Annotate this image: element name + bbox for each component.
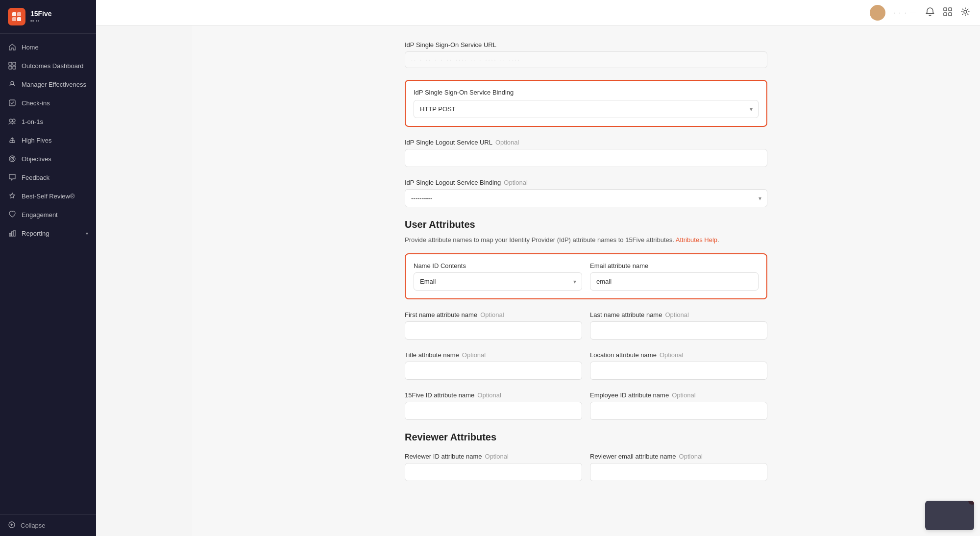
svg-point-15 — [12, 158, 13, 159]
app-logo — [8, 8, 25, 25]
idp-sso-url-field: ·· · ·· · · ·· ···· ·· · ···· ·· ···· — [405, 51, 767, 68]
svg-point-10 — [9, 119, 12, 122]
1on1-label: 1-on-1s — [22, 118, 43, 125]
sidebar: 15Five ▪▪ ▪▪ Home Outcomes Dashboard — [0, 0, 96, 536]
idp-logout-binding-select[interactable]: ---------- — [405, 189, 767, 207]
outcomes-label: Outcomes Dashboard — [22, 62, 83, 70]
1on1-icon — [8, 117, 17, 126]
email-attr-input[interactable] — [590, 272, 759, 291]
first-name-input[interactable] — [405, 321, 582, 340]
idp-logout-url-label: IdP Single Logout Service URL Optional — [405, 139, 767, 146]
sidebar-item-home[interactable]: Home — [0, 38, 96, 56]
title-input[interactable] — [405, 362, 582, 380]
collapse-label: Collapse — [21, 522, 46, 529]
name-id-select[interactable]: Email Username Employee ID — [414, 272, 582, 291]
sidebar-item-engagement[interactable]: Engagement — [0, 205, 96, 224]
svg-rect-23 — [949, 13, 952, 16]
location-label: Location attribute name Optional — [590, 351, 767, 359]
idp-logout-binding-label: IdP Single Logout Service Binding Option… — [405, 179, 767, 186]
bottom-right-panel: 19 — [925, 501, 974, 530]
sidebar-item-check-ins[interactable]: Check-ins — [0, 94, 96, 112]
svg-rect-3 — [17, 17, 21, 21]
collapse-button[interactable]: Collapse — [8, 521, 88, 530]
sidebar-item-high-fives[interactable]: High Fives — [0, 131, 96, 149]
topbar: · · · — — [96, 0, 980, 25]
highfives-icon — [8, 136, 17, 145]
user-attributes-desc: Provide attribute names to map your Iden… — [405, 236, 767, 244]
svg-rect-6 — [9, 66, 12, 69]
svg-rect-1 — [17, 12, 21, 16]
svg-rect-21 — [949, 8, 952, 11]
sidebar-item-best-self-review[interactable]: Best-Self Review® — [0, 187, 96, 205]
user-avatar[interactable] — [870, 5, 885, 21]
manager-label: Manager Effectiveness — [22, 81, 86, 88]
sidebar-item-objectives[interactable]: Objectives — [0, 149, 96, 168]
employee-id-input[interactable] — [590, 402, 767, 420]
app-name: 15Five — [30, 10, 52, 18]
name-id-wrapper: Email Username Employee ID — [414, 272, 582, 291]
sidebar-item-outcomes-dashboard[interactable]: Outcomes Dashboard — [0, 56, 96, 75]
svg-rect-0 — [12, 12, 16, 16]
engagement-icon — [8, 210, 17, 219]
svg-point-8 — [11, 81, 14, 84]
objectives-label: Objectives — [22, 155, 51, 163]
employee-id-label: Employee ID attribute name Optional — [590, 391, 767, 399]
name-email-grid: Name ID Contents Email Username Employee… — [414, 262, 759, 291]
email-attr-group: Email attribute name — [590, 262, 759, 291]
svg-rect-18 — [14, 230, 15, 236]
review-icon — [8, 192, 17, 200]
name-attrs-row: First name attribute name Optional Last … — [405, 311, 767, 340]
title-label: Title attribute name Optional — [405, 351, 582, 359]
name-id-group: Name ID Contents Email Username Employee… — [414, 262, 582, 291]
home-label: Home — [22, 44, 39, 51]
sidebar-nav: Home Outcomes Dashboard Man — [0, 34, 96, 514]
attributes-help-link[interactable]: Attributes Help — [676, 236, 717, 244]
feedback-label: Feedback — [22, 174, 49, 181]
reviewer-row: Reviewer ID attribute name Optional Revi… — [405, 453, 767, 481]
reporting-chevron-icon: ▾ — [86, 231, 88, 236]
title-location-row: Title attribute name Optional Location a… — [405, 351, 767, 380]
checkins-icon — [8, 98, 17, 107]
svg-point-11 — [12, 119, 15, 122]
idp-sso-binding-select[interactable]: HTTP POST HTTP Redirect — [414, 100, 759, 118]
reviewer-email-label: Reviewer email attribute name Optional — [590, 453, 767, 460]
employee-id-group: Employee ID attribute name Optional — [590, 391, 767, 420]
reviewer-id-label: Reviewer ID attribute name Optional — [405, 453, 582, 460]
reviewer-id-input[interactable] — [405, 463, 582, 481]
reporting-label: Reporting — [22, 230, 49, 237]
idp-logout-url-group: IdP Single Logout Service URL Optional — [405, 139, 767, 167]
svg-rect-20 — [944, 8, 947, 11]
collapse-icon — [8, 521, 16, 530]
svg-rect-16 — [9, 233, 11, 236]
idp-sso-binding-group: IdP Single Sign-On Service Binding HTTP … — [405, 80, 767, 127]
fifteen-five-id-input[interactable] — [405, 402, 582, 420]
location-input[interactable] — [590, 362, 767, 380]
svg-rect-9 — [9, 100, 15, 106]
reviewer-email-input[interactable] — [590, 463, 767, 481]
settings-icon[interactable] — [960, 7, 970, 19]
user-attributes-title: User Attributes — [405, 219, 767, 230]
home-icon — [8, 43, 17, 51]
svg-rect-17 — [12, 232, 13, 236]
idp-logout-url-input[interactable] — [405, 149, 767, 167]
idp-sso-binding-label: IdP Single Sign-On Service Binding — [414, 89, 759, 96]
sidebar-item-reporting[interactable]: Reporting ▾ — [0, 224, 96, 243]
sidebar-header: 15Five ▪▪ ▪▪ — [0, 0, 96, 34]
idp-logout-binding-group: IdP Single Logout Service Binding Option… — [405, 179, 767, 207]
sidebar-item-1on1s[interactable]: 1-on-1s — [0, 112, 96, 131]
grid-icon[interactable] — [943, 7, 953, 19]
first-name-group: First name attribute name Optional — [405, 311, 582, 340]
fifteen-five-id-group: 15Five ID attribute name Optional — [405, 391, 582, 420]
app-sub: ▪▪ ▪▪ — [30, 18, 52, 24]
svg-rect-4 — [9, 62, 12, 65]
svg-point-24 — [964, 10, 967, 13]
last-name-input[interactable] — [590, 321, 767, 340]
sidebar-item-manager-effectiveness[interactable]: Manager Effectiveness — [0, 75, 96, 94]
svg-rect-5 — [13, 62, 16, 65]
reviewer-attrs-title: Reviewer Attributes — [405, 432, 767, 443]
main-content: IdP Single Sign-On Service URL ·· · ·· ·… — [192, 25, 980, 536]
sidebar-item-feedback[interactable]: Feedback — [0, 168, 96, 187]
idp-logout-binding-wrapper: ---------- — [405, 189, 767, 207]
title-group: Title attribute name Optional — [405, 351, 582, 380]
notification-bell[interactable] — [925, 7, 935, 19]
